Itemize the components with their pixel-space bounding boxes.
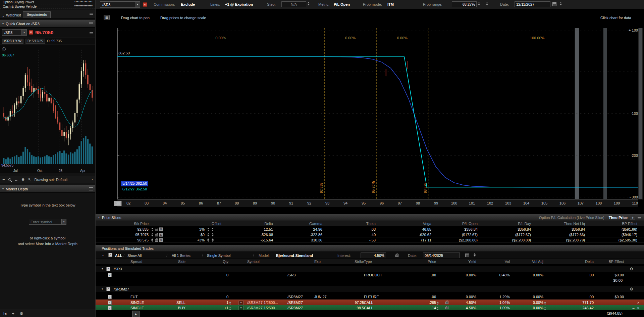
chevron-down-icon[interactable]: ▾ — [102, 254, 104, 257]
interest-stepper[interactable] — [381, 253, 385, 257]
prob-range-input[interactable] — [452, 1, 477, 7]
expand-horizontal-icon[interactable]: ↔ — [14, 178, 18, 182]
pl-calc-value[interactable]: Theo Price — [609, 216, 628, 220]
model-value[interactable]: Bjerksund-Stensland — [276, 254, 313, 258]
col-pl-open[interactable]: P/L Open — [431, 222, 478, 226]
group-checkbox[interactable] — [106, 287, 110, 291]
offset-stepper[interactable] — [207, 233, 210, 237]
market-depth-menu-icon[interactable] — [89, 187, 93, 190]
cell-vol-adj[interactable]: 0.00% — [510, 306, 543, 310]
info-icon[interactable]: i — [2, 47, 6, 51]
filter-show-all[interactable]: Show All — [127, 254, 142, 258]
chevron-down-icon[interactable]: ▾ — [21, 30, 26, 35]
pan-left-right-icon[interactable]: ◂▸ — [2, 178, 5, 181]
col-price[interactable]: Price — [397, 260, 436, 264]
positions-date-stepper[interactable] — [473, 253, 476, 257]
col-bp-effect[interactable]: BP Effect — [594, 260, 624, 264]
offset-stepper2[interactable] — [211, 233, 214, 237]
group-header-sr3m27[interactable]: ▾ /SR3M27 ⚙ — [96, 286, 644, 292]
add-slice-button[interactable]: + — [630, 215, 635, 220]
col-theta[interactable]: Theta — [322, 222, 376, 226]
step-stepper[interactable] — [307, 2, 310, 6]
crosshair-icon[interactable]: ⊕ — [21, 177, 24, 182]
step-input[interactable] — [281, 1, 306, 7]
symbol-input-dropdown[interactable]: ▾ — [61, 219, 66, 225]
offset-stepper[interactable] — [207, 227, 210, 231]
linked-symbol-icon[interactable] — [143, 2, 147, 7]
calendar-icon[interactable] — [465, 254, 469, 257]
lines-value[interactable]: +1 @ Expiration — [225, 2, 253, 6]
all-checkbox[interactable] — [108, 253, 112, 257]
positions-date-input[interactable] — [423, 253, 460, 258]
watchlist-menu-icon[interactable] — [90, 13, 93, 16]
price-slices-menu-icon[interactable] — [638, 216, 641, 219]
vol-adj-stepper[interactable] — [543, 307, 547, 311]
slice-offset[interactable]: -3% — [169, 227, 205, 231]
chevron-down-icon[interactable]: ▾ — [102, 287, 103, 290]
lock-icon[interactable] — [445, 307, 448, 309]
col-strike[interactable]: Strike — [344, 260, 364, 264]
slice-price[interactable]: 98.575 — [96, 238, 149, 242]
offset-stepper[interactable] — [207, 238, 210, 242]
slice-price[interactable]: 95.7075 — [96, 233, 149, 237]
cell-symbol-desc[interactable]: /SR3M27 1/2500... — [247, 301, 287, 305]
col-theo-net-liq[interactable]: Theo Net Liq — [531, 222, 585, 226]
add-icon[interactable]: + — [12, 311, 14, 316]
date-stepper[interactable] — [559, 2, 562, 6]
chevron-down-icon[interactable]: ▾ — [2, 22, 4, 25]
col-side[interactable]: Side — [155, 260, 185, 264]
col-symbol[interactable]: Symbol — [247, 260, 287, 264]
linked-symbol-icon[interactable] — [29, 30, 33, 35]
date-input[interactable] — [515, 1, 550, 7]
lock-icon[interactable] — [155, 239, 158, 242]
close-row-icon[interactable]: × — [637, 301, 639, 305]
lock-icon[interactable] — [155, 234, 158, 236]
col-vol-adj[interactable]: Vol Adj — [510, 260, 543, 264]
col-vega[interactable]: Vega — [376, 222, 431, 226]
chevron-up-icon[interactable]: ▴ — [92, 178, 93, 181]
drawing-set-label[interactable]: Drawing set: Default — [34, 178, 67, 182]
slice-price[interactable]: 92.835 — [96, 227, 149, 231]
quick-chart-symbol-combo[interactable]: /SR3 ▾ — [2, 29, 27, 36]
col-bp-effect[interactable]: BP Effect — [585, 222, 637, 226]
chart-series-label[interactable]: /SR3 1 Y W — [2, 39, 23, 44]
x-axis[interactable]: .35 828384858687888990919293949596979899… — [117, 199, 638, 207]
offset-mode-badge[interactable]: % — [159, 227, 163, 231]
quick-chart-header[interactable]: ▾ Quick Chart on /SR3 — [0, 20, 95, 28]
prob-mode-value[interactable]: ITM — [387, 2, 394, 6]
calendar-icon[interactable] — [552, 2, 556, 6]
gear-icon[interactable]: ⚙ — [630, 287, 633, 291]
zoom-icon[interactable] — [8, 178, 11, 181]
quick-chart-price-menu-icon[interactable] — [90, 31, 93, 34]
minimize-row-icon[interactable]: – — [632, 306, 634, 310]
chart-scrollbar[interactable] — [638, 28, 643, 199]
slice-offset[interactable]: +3% — [169, 238, 205, 242]
chevron-down-icon[interactable]: ▾ — [98, 216, 100, 219]
slice-stepper[interactable] — [151, 233, 154, 237]
positions-header[interactable]: Positions and Simulated Trades — [96, 245, 644, 252]
col-stk-price[interactable]: Stk Price — [96, 222, 149, 226]
filter-series[interactable]: All 1 Series — [172, 254, 191, 258]
offset-stepper2[interactable] — [211, 238, 214, 242]
col-exp[interactable]: Exp — [314, 260, 344, 264]
chevron-down-icon[interactable]: ▾ — [102, 267, 103, 270]
chevron-right-icon[interactable]: ▸ — [3, 15, 4, 18]
cell-qty[interactable]: -1 — [185, 301, 228, 305]
offset-mode-badge[interactable]: % — [159, 238, 163, 242]
position-row-buy-leg[interactable]: SINGLE BUY +1 ▾ /SR3M27 1/2500... /SR3M2… — [96, 305, 644, 310]
cell-qty[interactable]: +1 — [185, 306, 228, 310]
prob-range-stepper2[interactable] — [485, 2, 489, 6]
tab-watchlist[interactable]: Watchlist — [6, 13, 21, 18]
cell-vol-adj[interactable]: 0.00% — [510, 301, 543, 305]
position-row-sell-leg[interactable]: SINGLE SELL -1 ▾ /SR3M27 1/2500... /SR3M… — [96, 300, 644, 305]
cell-price[interactable]: .14 — [397, 306, 436, 310]
cell-price[interactable]: .285 — [397, 301, 436, 305]
slice-offset[interactable]: $0 — [169, 233, 205, 237]
col-yield[interactable]: Yield — [455, 260, 476, 264]
col-gamma[interactable]: Gamma — [273, 222, 322, 226]
panel-expand-button[interactable]: ▲ — [132, 311, 140, 317]
price-stepper[interactable] — [436, 307, 439, 311]
filter-single-symbol[interactable]: Single Symbol — [207, 254, 230, 258]
row-checkbox[interactable] — [108, 295, 112, 299]
lock-icon[interactable] — [395, 255, 398, 257]
